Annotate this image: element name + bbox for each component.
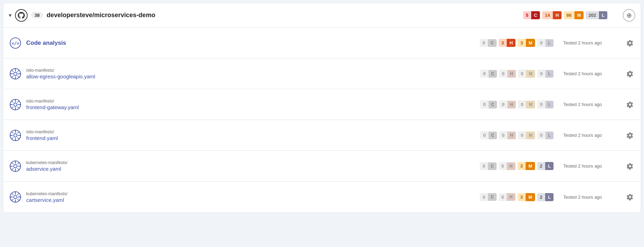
item-name[interactable]: allow-egress-googleapis.yaml bbox=[26, 73, 95, 79]
item-name[interactable]: cartservice.yaml bbox=[26, 197, 67, 203]
svg-line-38 bbox=[12, 162, 14, 164]
badge-letter: H bbox=[507, 193, 515, 201]
badge-pair: 0H bbox=[499, 131, 516, 139]
svg-line-21 bbox=[12, 106, 14, 108]
settings-button[interactable] bbox=[625, 161, 635, 171]
item-name[interactable]: adservice.yaml bbox=[26, 166, 67, 172]
svg-line-29 bbox=[17, 137, 20, 139]
item-name[interactable]: frontend-gateway.yaml bbox=[26, 104, 79, 110]
svg-line-31 bbox=[12, 137, 14, 139]
badge-letter: L bbox=[545, 162, 554, 170]
badge-num: 0 bbox=[499, 162, 507, 170]
tested-text: Tested 2 hours ago bbox=[563, 195, 619, 200]
badge-pair: 5C bbox=[523, 11, 540, 19]
badge-pair: 0M bbox=[518, 100, 535, 108]
svg-point-43 bbox=[14, 195, 17, 198]
item-text: Code analysis bbox=[26, 40, 66, 47]
badge-num: 0 bbox=[537, 39, 545, 47]
tested-text: Tested 2 hours ago bbox=[563, 163, 619, 169]
settings-button[interactable] bbox=[625, 192, 635, 202]
github-icon bbox=[15, 9, 28, 22]
badge-num: 0 bbox=[537, 100, 545, 108]
row-left: </> Code analysis bbox=[9, 36, 480, 50]
settings-button[interactable] bbox=[625, 69, 635, 79]
main-container: ▾ 38 developersteve/microservices-demo 5… bbox=[3, 3, 641, 213]
svg-line-41 bbox=[12, 168, 14, 170]
svg-point-23 bbox=[14, 134, 17, 137]
badge-letter: C bbox=[489, 132, 497, 139]
badge-pair: 0M bbox=[518, 131, 535, 139]
svg-line-9 bbox=[17, 76, 20, 78]
badge-pair: 0C bbox=[480, 131, 497, 139]
badge-pair: 0C bbox=[480, 100, 497, 108]
list-row: kubernetes-manifests/cartservice.yaml0C0… bbox=[3, 182, 641, 212]
badge-pair: 14H bbox=[542, 11, 562, 19]
item-text: kubernetes-manifests/adservice.yaml bbox=[26, 160, 67, 172]
badge-pair: 0M bbox=[518, 70, 535, 78]
header-badge-section: 5C14H86M202L bbox=[523, 11, 609, 19]
svg-line-39 bbox=[17, 168, 20, 170]
item-text: istio-manifests/frontend.yaml bbox=[26, 129, 58, 141]
badge-letter: C bbox=[489, 101, 497, 108]
badge-num: 14 bbox=[542, 11, 552, 19]
row-left: kubernetes-manifests/cartservice.yaml bbox=[9, 190, 480, 204]
header-row: ▾ 38 developersteve/microservices-demo 5… bbox=[3, 3, 641, 28]
svg-point-3 bbox=[14, 72, 17, 75]
item-folder: istio-manifests/ bbox=[26, 68, 95, 73]
badge-num: 0 bbox=[499, 193, 507, 201]
badge-pair: 0H bbox=[499, 162, 515, 170]
item-name[interactable]: Code analysis bbox=[26, 40, 66, 47]
badge-letter: M bbox=[526, 39, 535, 47]
badge-pair: 2L bbox=[537, 162, 554, 170]
badge-num: 86 bbox=[564, 11, 574, 19]
helm-icon bbox=[9, 190, 22, 204]
badge-pair: 202L bbox=[586, 11, 607, 19]
badge-num: 202 bbox=[586, 11, 599, 19]
row-badge-section: 0C3H3M0L bbox=[480, 39, 555, 47]
svg-line-28 bbox=[12, 131, 14, 133]
svg-text:</>: </> bbox=[12, 41, 19, 45]
badge-num: 0 bbox=[480, 162, 488, 170]
badge-num: 2 bbox=[537, 193, 545, 201]
badge-pair: 0H bbox=[499, 100, 516, 108]
svg-point-33 bbox=[14, 164, 17, 168]
row-badge-section: 0C0H3M2L bbox=[480, 162, 555, 170]
badge-pair: 2L bbox=[537, 193, 554, 201]
settings-button[interactable] bbox=[625, 38, 635, 48]
badge-letter: L bbox=[546, 39, 554, 47]
svg-line-10 bbox=[17, 70, 20, 72]
badge-letter: C bbox=[489, 70, 497, 78]
repo-title[interactable]: developersteve/microservices-demo bbox=[46, 12, 155, 19]
badge-pair: 0L bbox=[537, 39, 554, 47]
badge-letter: L bbox=[546, 101, 554, 108]
item-name[interactable]: frontend.yaml bbox=[26, 135, 58, 141]
badge-pair: 0L bbox=[537, 100, 554, 108]
svg-line-19 bbox=[17, 106, 20, 108]
row-left: istio-manifests/frontend.yaml bbox=[9, 129, 480, 142]
header-left: ▾ 38 developersteve/microservices-demo bbox=[9, 9, 523, 22]
item-folder: kubernetes-manifests/ bbox=[26, 160, 67, 165]
item-folder: kubernetes-manifests/ bbox=[26, 191, 67, 196]
badge-letter: M bbox=[526, 193, 535, 201]
badge-letter: C bbox=[488, 39, 497, 47]
settings-button[interactable] bbox=[625, 99, 635, 110]
badge-letter: H bbox=[507, 70, 516, 78]
svg-line-18 bbox=[12, 100, 14, 103]
badge-num: 2 bbox=[537, 162, 545, 170]
count-badge: 38 bbox=[31, 12, 43, 19]
badge-letter: M bbox=[526, 132, 535, 139]
badge-letter: M bbox=[526, 162, 535, 170]
add-button[interactable]: ⊕ bbox=[623, 9, 635, 22]
badge-num: 0 bbox=[499, 70, 507, 78]
badge-pair: 3M bbox=[518, 193, 535, 201]
row-badge-section: 0C0H0M0L bbox=[480, 70, 555, 78]
badge-letter: M bbox=[575, 11, 584, 19]
badge-num: 0 bbox=[518, 131, 526, 139]
chevron-icon[interactable]: ▾ bbox=[9, 12, 12, 19]
settings-button[interactable] bbox=[625, 130, 635, 141]
badge-letter: M bbox=[526, 70, 535, 78]
badge-num: 0 bbox=[480, 100, 488, 108]
badge-letter: H bbox=[553, 11, 562, 19]
svg-line-11 bbox=[12, 76, 14, 78]
badge-letter: L bbox=[546, 132, 554, 139]
